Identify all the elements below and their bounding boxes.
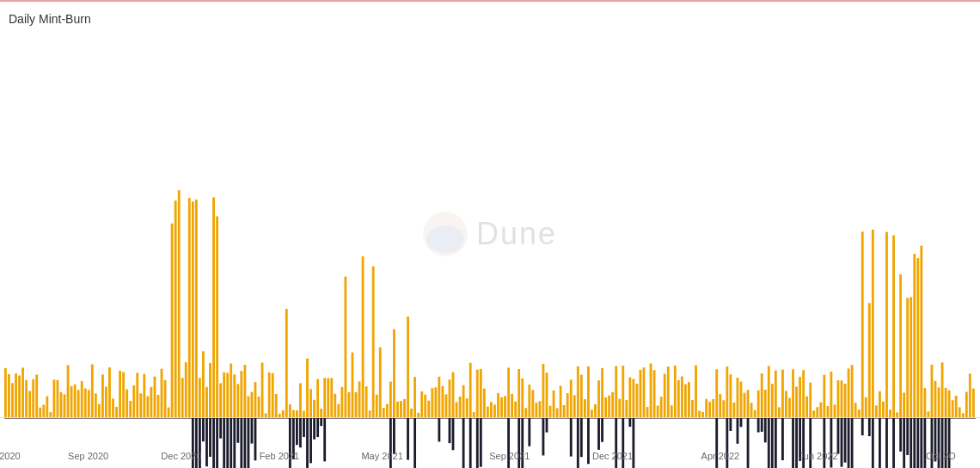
x-axis-label: Dec 2020 bbox=[161, 451, 201, 461]
x-axis-label: Apr 2022 bbox=[701, 451, 740, 461]
bar-chart bbox=[0, 0, 980, 468]
chart-container: Daily Mint-Burn Dune 2020Sep 2020Dec 202… bbox=[0, 0, 980, 468]
x-axis-label: Sep 2020 bbox=[68, 451, 108, 461]
x-axis-label: 2020 bbox=[0, 451, 21, 461]
x-axis-label: Jun 2022 bbox=[799, 451, 837, 461]
x-axis-label: May 2021 bbox=[361, 451, 402, 461]
x-axis-label: Dec 2021 bbox=[592, 451, 633, 461]
baseline-line bbox=[0, 417, 980, 418]
x-axis: 2020Sep 2020Dec 2020Feb 2021May 2021Sep … bbox=[0, 418, 980, 468]
x-axis-label: Feb 2021 bbox=[260, 451, 299, 461]
x-axis-label: Oct 2O bbox=[926, 451, 956, 461]
x-axis-label: Sep 2021 bbox=[489, 451, 530, 461]
